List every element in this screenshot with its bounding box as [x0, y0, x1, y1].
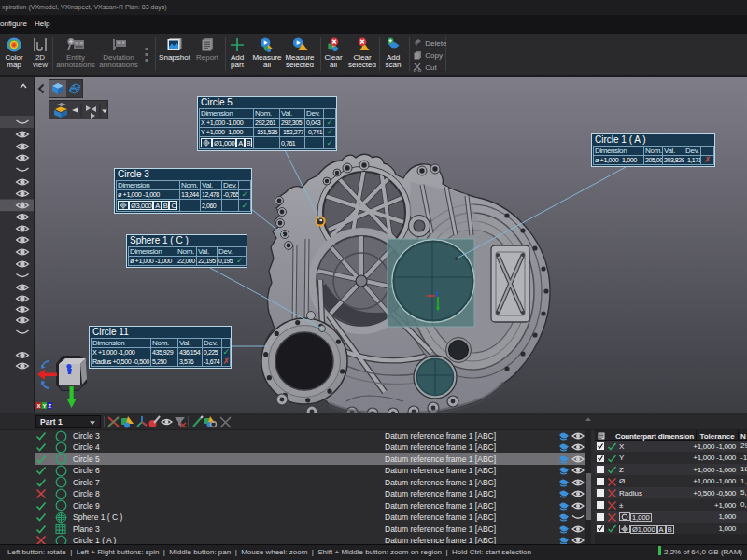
svg-text:X: X [37, 403, 41, 409]
svg-text:Y: Y [43, 403, 47, 409]
svg-text:Z: Z [49, 403, 52, 409]
